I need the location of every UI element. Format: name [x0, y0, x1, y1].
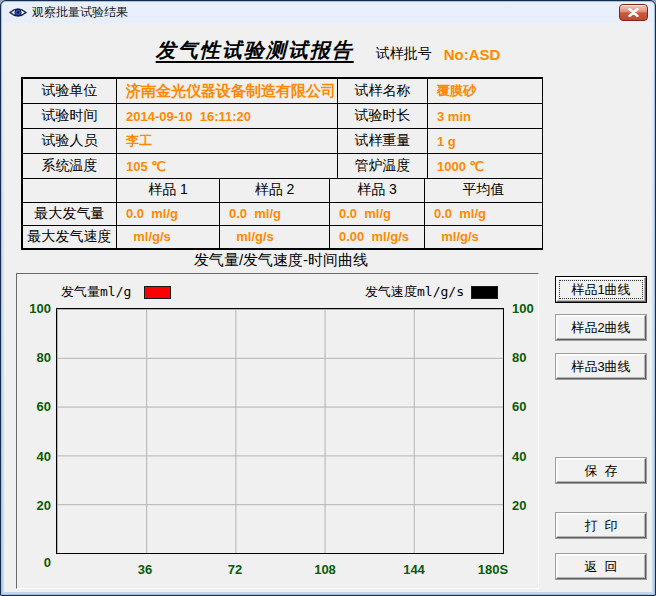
y-axis-right-tick: 80 [512, 350, 539, 365]
batch-number-label: 试样批号 [376, 45, 432, 63]
y-axis-left-tick: 80 [19, 350, 51, 365]
legend-gas-label: 发气量ml/g [61, 283, 131, 301]
results-corner-cell [23, 179, 117, 202]
results-column-header: 样品 3 [330, 179, 425, 202]
window-title: 观察批量试验结果 [32, 4, 128, 21]
results-value: ml/g/s [117, 225, 220, 248]
results-table: 样品 1 样品 2 样品 3 平均值 最大发气量 0.0 ml/g 0.0 ml… [22, 179, 543, 249]
results-row-label: 最大发气速度 [23, 225, 117, 248]
close-button[interactable] [619, 4, 648, 21]
results-value: ml/g/s [425, 225, 543, 248]
x-axis-tick: 72 [228, 562, 242, 577]
report-title: 发气性试验测试报告 [156, 37, 354, 64]
table-row: 最大发气量 0.0 ml/g 0.0 ml/g 0.0 ml/g 0.0 ml/… [23, 202, 543, 225]
info-label: 试验时间 [23, 104, 117, 129]
chart-panel: 发气量ml/g 发气速度ml/g/s 100 80 60 40 20 0 100… [16, 273, 539, 589]
sample2-curve-button[interactable]: 样品2曲线 [556, 315, 646, 340]
legend-rate-swatch [471, 286, 498, 299]
info-value: 3 min [428, 104, 543, 129]
table-row: 样品 1 样品 2 样品 3 平均值 [23, 179, 543, 202]
chart-section-title: 发气量/发气速度-时间曲线 [21, 251, 541, 270]
batch-number-value: No:ASD [444, 46, 501, 63]
x-axis-tick: 180S [478, 562, 508, 577]
plot-area [56, 308, 504, 554]
titlebar[interactable]: 观察批量试验结果 [4, 2, 652, 23]
info-label: 试验人员 [23, 129, 117, 154]
x-axis-tick: 144 [403, 562, 425, 577]
save-button[interactable]: 保 存 [556, 458, 646, 483]
info-label: 试验时长 [338, 104, 428, 129]
y-axis-left-tick: 0 [19, 555, 51, 570]
y-axis-right-tick: 60 [512, 399, 539, 414]
y-axis-right-tick: 20 [512, 498, 539, 513]
sample1-curve-button[interactable]: 样品1曲线 [556, 277, 646, 302]
info-label: 试样名称 [338, 79, 428, 104]
y-axis-left-tick: 40 [19, 449, 51, 464]
results-column-header: 平均值 [425, 179, 543, 202]
results-value: ml/g/s [220, 225, 330, 248]
x-axis-tick: 36 [138, 562, 152, 577]
info-label: 管炉温度 [338, 154, 428, 179]
info-value: 1000 ℃ [428, 154, 543, 179]
results-column-header: 样品 2 [220, 179, 330, 202]
info-label: 试验单位 [23, 79, 117, 104]
info-value: 105 ℃ [117, 154, 338, 179]
y-axis-right-tick: 40 [512, 449, 539, 464]
info-value: 李工 [117, 129, 338, 154]
results-value: 0.0 ml/g [425, 202, 543, 225]
report-header: 发气性试验测试报告 试样批号 No:ASD [4, 37, 652, 64]
sample3-curve-button[interactable]: 样品3曲线 [556, 354, 646, 379]
info-value: 2014-09-10 16:11:20 [117, 104, 338, 129]
y-axis-left-tick: 100 [19, 301, 51, 316]
table-row: 试验人员 李工 试样重量 1 g [23, 129, 543, 154]
info-label: 系统温度 [23, 154, 117, 179]
dialog-window: 观察批量试验结果 发气性试验测试报告 试样批号 No:ASD 试验单位 济南金光… [0, 0, 656, 596]
legend-gas-swatch [144, 286, 171, 299]
results-column-header: 样品 1 [117, 179, 220, 202]
info-table: 试验单位 济南金光仪器设备制造有限公司 试样名称 覆膜砂 试验时间 2014-0… [21, 77, 543, 250]
results-row-label: 最大发气量 [23, 202, 117, 225]
info-value: 济南金光仪器设备制造有限公司 [117, 79, 338, 104]
dialog-client-area: 发气性试验测试报告 试样批号 No:ASD 试验单位 济南金光仪器设备制造有限公… [4, 23, 652, 592]
info-value: 1 g [428, 129, 543, 154]
table-row: 最大发气速度 ml/g/s ml/g/s 0.00 ml/g/s ml/g/s [23, 225, 543, 248]
table-row: 试验时间 2014-09-10 16:11:20 试验时长 3 min [23, 104, 543, 129]
print-button[interactable]: 打 印 [556, 513, 646, 538]
y-axis-left-tick: 20 [19, 498, 51, 513]
results-value: 0.0 ml/g [117, 202, 220, 225]
info-label: 试样重量 [338, 129, 428, 154]
close-icon [628, 8, 639, 17]
back-button[interactable]: 返 回 [556, 554, 646, 579]
table-row: 试验单位 济南金光仪器设备制造有限公司 试样名称 覆膜砂 [23, 79, 543, 104]
y-axis-left-tick: 60 [19, 399, 51, 414]
table-row: 系统温度 105 ℃ 管炉温度 1000 ℃ [23, 154, 543, 179]
results-value: 0.0 ml/g [220, 202, 330, 225]
eye-icon [9, 5, 27, 20]
x-axis-tick: 108 [314, 562, 336, 577]
results-value: 0.00 ml/g/s [330, 225, 425, 248]
results-value: 0.0 ml/g [330, 202, 425, 225]
legend-rate-label: 发气速度ml/g/s [365, 283, 464, 301]
y-axis-right-tick: 100 [512, 301, 539, 316]
info-value: 覆膜砂 [428, 79, 543, 104]
